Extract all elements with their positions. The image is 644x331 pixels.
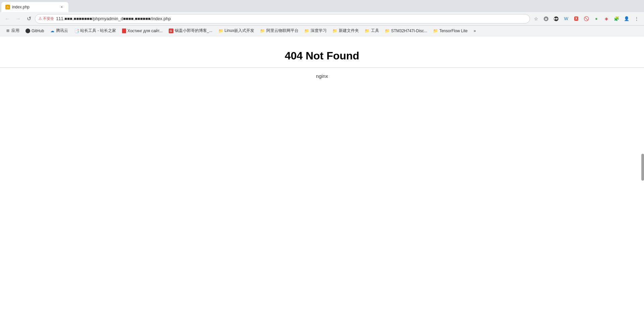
bookmark-deeplearn[interactable]: 📁 深度学习 — [302, 27, 329, 35]
scrollbar-thumb[interactable] — [641, 154, 644, 181]
aliyun-folder-icon: 📁 — [260, 29, 265, 33]
bookmark-newfiles[interactable]: 📁 新建文件夹 — [330, 27, 362, 35]
tab-close-button[interactable]: × — [59, 4, 64, 10]
bookmark-apps-label: 应用 — [11, 28, 19, 34]
bookmark-star-icon: ☆ — [534, 16, 538, 21]
browser-chrome: ⚠ index.php × ← → ↺ ⚠ 不安全 111.■■■.■■■■■■… — [0, 0, 644, 36]
ext8-icon: 🧩 — [614, 16, 619, 21]
extension-6-button[interactable]: ● — [592, 14, 601, 23]
bookmark-newfiles-label: 新建文件夹 — [339, 28, 359, 34]
tensorflow-folder-icon: 📁 — [433, 29, 438, 33]
ext3-icon: W — [564, 16, 568, 21]
active-tab[interactable]: ⚠ index.php × — [1, 2, 68, 12]
ext4-icon: X — [574, 16, 579, 21]
bookmark-more[interactable]: » — [471, 28, 479, 34]
stm32-folder-icon: 📁 — [385, 29, 390, 33]
ext9-icon: 👤 — [624, 16, 629, 21]
tab-favicon: ⚠ — [5, 5, 10, 9]
menu-button[interactable]: ⋮ — [632, 14, 641, 23]
reload-button[interactable]: ↺ — [24, 14, 34, 23]
more-bookmarks-label: » — [474, 29, 476, 33]
menu-icon: ⋮ — [634, 16, 639, 21]
bookmarks-bar: ⊞ 应用 GitHub ☁ 腾讯云 📑 站长工具 - 站长之家 Хостинг … — [0, 26, 644, 36]
bookmark-github[interactable]: GitHub — [23, 28, 47, 34]
navigation-bar: ← → ↺ ⚠ 不安全 111.■■■.■■■■■■■/phpmyadmin_d… — [0, 12, 644, 26]
forward-button[interactable]: → — [13, 14, 23, 23]
bookmark-linux[interactable]: 📁 Linux嵌入式开发 — [216, 27, 257, 35]
extension-2-button[interactable]: ▶▶ — [551, 14, 561, 23]
bookmark-stm32[interactable]: 📁 STM32H747I-Disc... — [382, 28, 430, 34]
bookmark-tencent[interactable]: ☁ 腾讯云 — [47, 27, 71, 35]
bookmark-stm32-label: STM32H747I-Disc... — [391, 29, 427, 33]
bookmark-tencent-label: 腾讯云 — [56, 28, 68, 34]
linux-folder-icon: 📁 — [218, 29, 223, 33]
back-button[interactable]: ← — [3, 14, 12, 23]
bookmark-webmaster[interactable]: 📑 站长工具 - 站长之家 — [71, 27, 119, 35]
extension-1-button[interactable]: ◉ — [541, 14, 551, 23]
tab-title: index.php — [12, 5, 57, 9]
tencent-icon: ☁ — [50, 29, 55, 33]
error-container: 404 Not Found nginx — [0, 36, 644, 79]
guo-icon: G — [169, 29, 173, 33]
bookmark-apps[interactable]: ⊞ 应用 — [3, 27, 22, 35]
bookmark-guo[interactable]: G 锅盖小郭哥的博客_... — [166, 27, 215, 35]
extension-7-button[interactable]: ◈ — [602, 14, 611, 23]
bookmark-button[interactable]: ☆ — [531, 14, 541, 23]
bookmark-tensorflow[interactable]: 📁 TensorFlow Lite — [431, 28, 470, 34]
bookmark-tensorflow-label: TensorFlow Lite — [439, 29, 468, 33]
forward-icon: → — [15, 16, 21, 22]
ext5-icon: 🚫 — [584, 16, 589, 21]
apps-icon: ⊞ — [5, 29, 10, 33]
reload-icon: ↺ — [27, 15, 31, 22]
tab-bar: ⚠ index.php × — [0, 0, 644, 12]
bookmark-linux-label: Linux嵌入式开发 — [224, 28, 254, 34]
ext2-icon: ▶▶ — [554, 16, 558, 21]
error-title: 404 Not Found — [0, 50, 644, 62]
hosting-icon — [122, 29, 126, 33]
extension-8-button[interactable]: 🧩 — [612, 14, 621, 23]
security-warning-icon: ⚠ 不安全 — [39, 16, 54, 21]
webmaster-icon: 📑 — [74, 29, 79, 33]
newfiles-folder-icon: 📁 — [333, 29, 337, 33]
error-subtitle: nginx — [0, 73, 644, 79]
ext7-icon: ◈ — [605, 16, 608, 21]
page-content: 404 Not Found nginx — [0, 36, 644, 312]
extension-3-button[interactable]: W — [561, 14, 571, 23]
deeplearn-folder-icon: 📁 — [305, 29, 309, 33]
bookmark-tools-label: 工具 — [371, 28, 379, 34]
tools-folder-icon: 📁 — [365, 29, 370, 33]
bookmark-deeplearn-label: 深度学习 — [311, 28, 327, 34]
extension-4-button[interactable]: X — [572, 14, 581, 23]
bookmark-aliyun[interactable]: 📁 阿里云物联网平台 — [258, 27, 301, 35]
address-bar[interactable]: ⚠ 不安全 111.■■■.■■■■■■■/phpmyadmin_d■■■■.■… — [35, 14, 530, 23]
ext1-icon: ◉ — [544, 16, 548, 21]
ext6-icon: ● — [595, 16, 598, 21]
bookmark-guo-label: 锅盖小郭哥的博客_... — [175, 28, 213, 34]
extension-5-button[interactable]: 🚫 — [582, 14, 591, 23]
nav-actions: ☆ ◉ ▶▶ W X 🚫 ● ◈ — [531, 14, 641, 23]
bookmark-aliyun-label: 阿里云物联网平台 — [266, 28, 299, 34]
bookmark-tools[interactable]: 📁 工具 — [362, 27, 382, 35]
bookmark-webmaster-label: 站长工具 - 站长之家 — [80, 28, 116, 34]
extension-9-button[interactable]: 👤 — [622, 14, 631, 23]
github-icon — [25, 29, 30, 33]
url-display: 111.■■■.■■■■■■■/phpmyadmin_d■■■■.■■■■■■/… — [56, 16, 171, 21]
back-icon: ← — [5, 16, 10, 22]
bookmark-hosting[interactable]: Хостинг для сайт... — [119, 28, 165, 34]
error-divider — [0, 67, 644, 68]
bookmark-github-label: GitHub — [32, 29, 44, 33]
bookmark-hosting-label: Хостинг для сайт... — [127, 29, 162, 33]
